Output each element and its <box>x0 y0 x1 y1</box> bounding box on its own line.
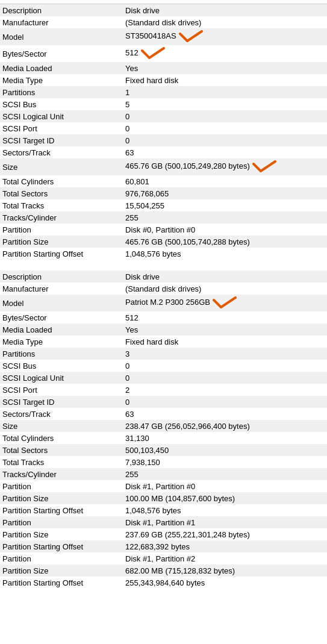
row-item: SCSI Logical Unit <box>2 374 125 383</box>
table-row: SCSI Bus5 <box>0 98 327 110</box>
row-item: Partitions <box>2 88 125 97</box>
row-value: 976,768,065 <box>125 189 325 198</box>
table-row: Manufacturer(Standard disk drives) <box>0 283 327 295</box>
row-item: Media Type <box>2 337 125 346</box>
row-value: 512 <box>125 46 325 61</box>
row-value: 465.76 GB (500,105,249,280 bytes) <box>125 160 325 174</box>
row-value: 0 <box>125 124 325 133</box>
row-item: Partition Size <box>2 530 125 539</box>
row-item: SCSI Target ID <box>2 136 125 145</box>
table-row: Bytes/Sector512 <box>0 311 327 324</box>
table-row: Sectors/Track63 <box>0 408 327 420</box>
table-row: Manufacturer(Standard disk drives) <box>0 16 327 28</box>
row-value: 0 <box>125 136 325 145</box>
row-value: 31,130 <box>125 434 325 443</box>
table-row: Bytes/Sector512 <box>0 45 327 62</box>
row-item: Tracks/Cylinder <box>2 213 125 222</box>
table-row: SCSI Target ID0 <box>0 396 327 408</box>
row-item: Model <box>2 299 125 308</box>
row-item: Partition Size <box>2 566 125 575</box>
table-row: DescriptionDisk drive <box>0 4 327 16</box>
row-value: 2 <box>125 386 325 395</box>
row-item: SCSI Logical Unit <box>2 112 125 121</box>
row-value: 237.69 GB (255,221,301,248 bytes) <box>125 530 325 539</box>
row-value: 60,801 <box>125 177 325 186</box>
row-item: Partition <box>2 225 125 234</box>
table-row: SCSI Bus0 <box>0 360 327 372</box>
row-value: (Standard disk drives) <box>125 284 325 293</box>
table-row: Media TypeFixed hard disk <box>0 336 327 348</box>
table-row: Tracks/Cylinder255 <box>0 468 327 480</box>
table-row: Partition Starting Offset1,048,576 bytes <box>0 504 327 516</box>
row-item: Partition Starting Offset <box>2 506 125 515</box>
row-item: Total Cylinders <box>2 177 125 186</box>
table-row: DescriptionDisk drive <box>0 270 327 283</box>
table-row: Total Cylinders60,801 <box>0 175 327 187</box>
table-row: ModelPatriot M.2 P300 256GB <box>0 295 327 311</box>
table-row: Tracks/Cylinder255 <box>0 211 327 224</box>
row-item: Total Sectors <box>2 446 125 455</box>
row-value: 63 <box>125 410 325 419</box>
row-item: Media Loaded <box>2 325 125 334</box>
row-item: Partition Size <box>2 494 125 503</box>
row-item: Model <box>2 33 125 42</box>
row-value: Disk #1, Partition #0 <box>125 482 325 491</box>
row-value: 63 <box>125 148 325 157</box>
row-value: Fixed hard disk <box>125 76 325 85</box>
row-value: 255 <box>125 470 325 479</box>
row-value: 0 <box>125 361 325 370</box>
table-row: Partition Size237.69 GB (255,221,301,248… <box>0 528 327 540</box>
row-value: Disk #1, Partition #1 <box>125 518 325 527</box>
row-item: Total Tracks <box>2 458 125 467</box>
row-value: 1 <box>125 88 325 97</box>
row-value: (Standard disk drives) <box>125 18 325 27</box>
row-value: Disk #1, Partition #2 <box>125 554 325 563</box>
table-row: Partition Starting Offset255,343,984,640… <box>0 577 327 589</box>
table-row: Partition Starting Offset1,048,576 bytes <box>0 248 327 260</box>
main-table: DescriptionDisk driveManufacturer(Standa… <box>0 0 327 589</box>
table-row: PartitionDisk #1, Partition #2 <box>0 552 327 564</box>
table-header <box>0 0 327 4</box>
row-value: 465.76 GB (500,105,740,288 bytes) <box>125 237 325 246</box>
row-value: 512 <box>125 313 325 322</box>
table-row: SCSI Logical Unit0 <box>0 110 327 122</box>
row-value: Yes <box>125 64 325 73</box>
row-value: 7,938,150 <box>125 458 325 467</box>
row-value: 3 <box>125 349 325 358</box>
table-row: SCSI Port2 <box>0 384 327 396</box>
separator-row <box>0 260 327 270</box>
row-item: Total Tracks <box>2 201 125 210</box>
table-row: Size465.76 GB (500,105,249,280 bytes) <box>0 158 327 175</box>
table-row: SCSI Port0 <box>0 122 327 134</box>
row-item: SCSI Port <box>2 386 125 395</box>
row-value: Disk drive <box>125 6 325 15</box>
row-item: Partitions <box>2 349 125 358</box>
row-value: 238.47 GB (256,052,966,400 bytes) <box>125 422 325 431</box>
row-value: 1,048,576 bytes <box>125 506 325 515</box>
table-row: Sectors/Track63 <box>0 146 327 158</box>
row-item: Partition Starting Offset <box>2 578 125 587</box>
row-value: Disk drive <box>125 272 325 281</box>
table-row: Partition Size465.76 GB (500,105,740,288… <box>0 236 327 248</box>
row-value: 100.00 MB (104,857,600 bytes) <box>125 494 325 503</box>
row-value: 1,048,576 bytes <box>125 249 325 258</box>
row-value: 122,683,392 bytes <box>125 542 325 551</box>
table-row: Media TypeFixed hard disk <box>0 74 327 86</box>
table-row: Total Sectors976,768,065 <box>0 187 327 199</box>
table-row: Partitions3 <box>0 348 327 360</box>
row-item: Description <box>2 272 125 281</box>
row-value: 255 <box>125 213 325 222</box>
row-item: Total Cylinders <box>2 434 125 443</box>
row-value: 0 <box>125 112 325 121</box>
row-item: Partition Size <box>2 237 125 246</box>
table-row: Partition Starting Offset122,683,392 byt… <box>0 540 327 552</box>
row-item: Tracks/Cylinder <box>2 470 125 479</box>
row-item: SCSI Bus <box>2 361 125 370</box>
table-row: Total Tracks7,938,150 <box>0 456 327 468</box>
group1: DescriptionDisk driveManufacturer(Standa… <box>0 4 327 260</box>
row-item: Partition <box>2 518 125 527</box>
row-item: Size <box>2 422 125 431</box>
table-row: Partitions1 <box>0 86 327 98</box>
row-item: Media Type <box>2 76 125 85</box>
table-row: PartitionDisk #0, Partition #0 <box>0 224 327 236</box>
